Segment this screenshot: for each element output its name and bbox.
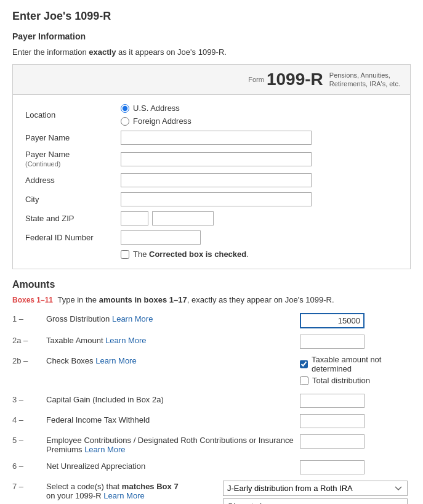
- payer-name-continued-row: Payer Name (Continued): [25, 150, 398, 168]
- box-7-num: 7 –: [12, 481, 46, 491]
- payer-name-input[interactable]: [121, 131, 312, 145]
- form-banner: Form 1099-R Pensions, Annuities,Retireme…: [13, 65, 410, 95]
- amounts-section: Amounts Boxes 1–11 Type in the amounts i…: [12, 279, 411, 504]
- box-1-desc: Gross Distribution Learn More: [46, 313, 300, 323]
- page-title: Enter Joe's 1099-R: [12, 10, 411, 23]
- box-7-select1[interactable]: J-Early distribution from a Roth IRA 1-E…: [223, 481, 408, 496]
- state-input[interactable]: [121, 211, 148, 226]
- page-container: Enter Joe's 1099-R Payer Information Ent…: [0, 0, 423, 504]
- box-6-num: 6 –: [12, 460, 46, 471]
- payer-name-continued-label: Payer Name (Continued): [25, 150, 121, 168]
- box-4-desc: Federal Income Tax Withheld: [46, 414, 300, 425]
- box-5-input-area: [300, 434, 411, 449]
- box-2b-num: 2b –: [12, 355, 46, 365]
- box-2a-desc: Taxable Amount Learn More: [46, 335, 300, 345]
- box-2a-num: 2a –: [12, 335, 46, 345]
- box-5-row: 5 – Employee Contributions / Designated …: [12, 433, 411, 455]
- location-radio-group: U.S. Address Foreign Address: [121, 104, 191, 126]
- box-4-input[interactable]: [300, 414, 365, 428]
- intro-text: Enter the information exactly as it appe…: [12, 47, 411, 57]
- box-4-num: 4 –: [12, 414, 46, 425]
- box-2b-checkboxes: Taxable amount not determined Total dist…: [300, 355, 411, 388]
- payer-name-row: Payer Name: [25, 131, 398, 145]
- form-description: Pensions, Annuities,Retirements, IRA's, …: [329, 71, 400, 89]
- box-5-input[interactable]: [300, 434, 365, 449]
- taxable-not-determined-row: Taxable amount not determined: [300, 355, 411, 373]
- location-row: Location U.S. Address Foreign Address: [25, 104, 398, 126]
- taxable-not-determined-label: Taxable amount not determined: [312, 355, 411, 373]
- box-4-row: 4 – Federal Income Tax Withheld: [12, 413, 411, 429]
- box-1-row: 1 – Gross Distribution Learn More: [12, 312, 411, 330]
- box-2a-row: 2a – Taxable Amount Learn More: [12, 333, 411, 350]
- box-3-input-area: [300, 394, 411, 408]
- corrected-row: The Corrected box is checked.: [121, 250, 398, 259]
- box-2a-learn-more[interactable]: Learn More: [105, 336, 146, 345]
- box-2b-desc: Check Boxes Learn More: [46, 355, 300, 365]
- federal-id-label: Federal ID Number: [25, 233, 121, 242]
- box-7-learn-more[interactable]: Learn More: [103, 491, 144, 500]
- amounts-instruction: Boxes 1–11 Type in the amounts in boxes …: [12, 295, 411, 304]
- us-address-radio[interactable]: [121, 104, 129, 113]
- box-5-desc: Employee Contributions / Designated Roth…: [46, 434, 300, 454]
- box-3-input[interactable]: [300, 394, 365, 408]
- box-1-input[interactable]: [300, 313, 365, 328]
- form-number: 1099-R: [267, 70, 323, 89]
- box-5-learn-more[interactable]: Learn More: [84, 445, 125, 454]
- form-label: Form: [248, 76, 264, 83]
- box-7-select2-wrapper: (No entry) 1-Early distribution, no know…: [223, 498, 408, 504]
- box-2a-input[interactable]: [300, 335, 365, 349]
- box-7-desc: Select a code(s) that matches Box 7 on y…: [46, 481, 223, 500]
- box-6-desc: Net Unrealized Appreciation: [46, 460, 300, 471]
- box-2b-row: 2b – Check Boxes Learn More Taxable amou…: [12, 354, 411, 389]
- box-7-row: 7 – Select a code(s) that matches Box 7 …: [12, 479, 411, 504]
- city-input[interactable]: [121, 192, 312, 206]
- location-label: Location: [25, 110, 121, 120]
- total-distribution-row: Total distribution: [300, 376, 411, 385]
- address-row: Address: [25, 173, 398, 187]
- city-row: City: [25, 192, 398, 206]
- total-distribution-label: Total distribution: [312, 376, 370, 385]
- corrected-checkbox[interactable]: [121, 250, 129, 259]
- payer-form-area: Location U.S. Address Foreign Address: [13, 95, 410, 269]
- taxable-not-determined-checkbox[interactable]: [300, 360, 308, 368]
- payer-name-continued-input[interactable]: [121, 152, 312, 166]
- payer-section: Payer Information Enter the information …: [12, 31, 411, 269]
- box-7-select-area: J-Early distribution from a Roth IRA 1-E…: [223, 481, 411, 504]
- total-distribution-checkbox[interactable]: [300, 376, 308, 385]
- state-zip-label: State and ZIP: [25, 214, 121, 223]
- box-1-input-area: [300, 313, 411, 328]
- box-7-select1-wrapper: J-Early distribution from a Roth IRA 1-E…: [223, 481, 408, 496]
- federal-id-row: Federal ID Number: [25, 230, 398, 245]
- box-2a-input-area: [300, 335, 411, 349]
- address-input[interactable]: [121, 173, 312, 187]
- box-6-input[interactable]: [300, 460, 365, 474]
- box-1-num: 1 –: [12, 313, 46, 323]
- zip-input[interactable]: [152, 211, 214, 226]
- box-3-row: 3 – Capital Gain (Included in Box 2a): [12, 392, 411, 409]
- city-label: City: [25, 195, 121, 204]
- boxes-badge: Boxes 1–11: [12, 296, 53, 304]
- foreign-address-radio[interactable]: [121, 117, 129, 126]
- box-3-desc: Capital Gain (Included in Box 2a): [46, 394, 300, 404]
- amounts-header: Amounts: [12, 279, 411, 290]
- payer-info-container: Form 1099-R Pensions, Annuities,Retireme…: [12, 64, 411, 269]
- corrected-text: The Corrected box is checked.: [133, 250, 249, 259]
- box-6-input-area: [300, 460, 411, 474]
- payer-section-heading: Payer Information: [12, 31, 411, 41]
- box-7-select2[interactable]: (No entry) 1-Early distribution, no know…: [223, 498, 408, 504]
- box-6-row: 6 – Net Unrealized Appreciation: [12, 459, 411, 476]
- us-address-option[interactable]: U.S. Address: [121, 104, 191, 113]
- box-1-learn-more[interactable]: Learn More: [112, 314, 153, 323]
- amounts-title: Amounts: [12, 279, 55, 290]
- box-2b-learn-more[interactable]: Learn More: [95, 356, 136, 365]
- foreign-address-label: Foreign Address: [133, 116, 191, 126]
- box-5-num: 5 –: [12, 434, 46, 445]
- payer-name-label: Payer Name: [25, 133, 121, 142]
- federal-id-input[interactable]: [121, 230, 201, 245]
- us-address-label: U.S. Address: [133, 104, 180, 113]
- box-3-num: 3 –: [12, 394, 46, 404]
- state-zip-row: State and ZIP: [25, 211, 398, 226]
- address-label: Address: [25, 176, 121, 185]
- box-4-input-area: [300, 414, 411, 428]
- foreign-address-option[interactable]: Foreign Address: [121, 116, 191, 126]
